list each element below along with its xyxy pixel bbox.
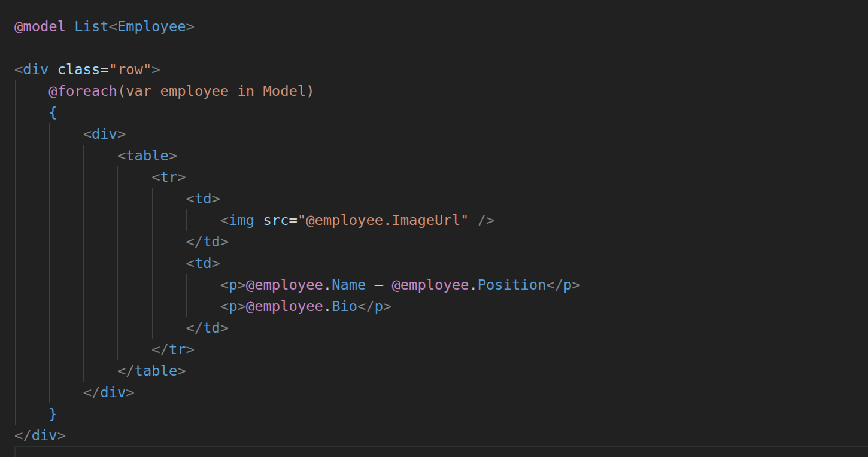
punct-token: >: [177, 169, 186, 185]
tag-token: p: [229, 298, 237, 315]
tag-token: table: [126, 147, 169, 164]
punct-token: <: [220, 298, 229, 315]
punct-token: <: [220, 212, 229, 228]
plain-token: [14, 341, 151, 358]
punct-token: <: [220, 276, 229, 293]
type-token: Employee: [117, 18, 186, 35]
op-token: .: [323, 276, 332, 293]
editor-screen: @model List<Employee><div class="row"> @…: [0, 0, 868, 457]
op-token: =: [289, 212, 297, 228]
tag-token: p: [375, 298, 383, 315]
code-line[interactable]: <p>@employee.Bio</p>: [14, 295, 581, 317]
punct-token: </: [357, 298, 375, 315]
plain-token: [14, 126, 83, 142]
punct-token: >: [220, 233, 229, 250]
code-line[interactable]: </tr>: [14, 339, 581, 360]
code-line[interactable]: </div>: [14, 382, 581, 403]
plain-token: [14, 169, 151, 185]
code-line[interactable]: <div class="row">: [14, 59, 581, 80]
expr-token: (var employee in Model): [117, 83, 315, 99]
plain-token: [14, 362, 117, 379]
tag-token: p: [229, 276, 237, 293]
code-lines: @model List<Employee><div class="row"> @…: [14, 16, 581, 446]
plain-token: [14, 104, 48, 121]
plain-token: [14, 319, 186, 336]
punct-token: >: [220, 319, 229, 336]
tag-token: p: [563, 276, 572, 293]
tag-token: td: [203, 319, 220, 336]
tag-token: td: [203, 233, 220, 250]
code-line[interactable]: <p>@employee.Name – @employee.Position</…: [14, 274, 581, 295]
type-token: List: [74, 18, 108, 35]
punct-token: >: [126, 384, 134, 401]
tag-token: img: [229, 212, 254, 228]
plain-token: [66, 18, 74, 35]
code-line[interactable]: {: [14, 102, 581, 123]
tag-token: div: [32, 427, 57, 444]
punct-token: </: [83, 384, 101, 401]
punct-token: </: [14, 427, 32, 444]
punct-token: >: [169, 147, 177, 164]
code-line[interactable]: </td>: [14, 317, 581, 339]
punct-token: >: [117, 126, 126, 142]
brace-token: }: [48, 406, 57, 422]
code-line[interactable]: @model List<Employee>: [14, 16, 581, 37]
type-token: Bio: [332, 298, 357, 315]
tag-token: div: [23, 61, 48, 78]
punct-token: <: [83, 126, 92, 142]
punct-token: </: [151, 341, 169, 358]
op-token: –: [366, 276, 391, 293]
punct-token: >: [238, 298, 246, 315]
tag-token: td: [195, 190, 212, 207]
plain-token: [14, 147, 117, 164]
attr-token: class: [57, 61, 101, 78]
op-token: .: [323, 298, 332, 315]
plain-token: [14, 212, 220, 228]
code-line[interactable]: }: [14, 403, 581, 425]
plain-token: [14, 255, 186, 272]
code-line[interactable]: </div>: [14, 425, 581, 446]
punct-token: <: [186, 190, 195, 207]
tag-token: td: [195, 255, 212, 272]
punct-token: >: [186, 341, 195, 358]
punct-token: >: [212, 190, 220, 207]
plain-token: [14, 298, 220, 315]
code-line[interactable]: <img src="@employee.ImageUrl" />: [14, 209, 581, 231]
code-line[interactable]: </table>: [14, 360, 581, 382]
punct-token: />: [478, 212, 495, 228]
punct-token: >: [57, 427, 66, 444]
code-line[interactable]: </td>: [14, 231, 581, 252]
next-code-block-top: [14, 446, 868, 457]
code-line[interactable]: <td>: [14, 188, 581, 209]
punct-token: </: [546, 276, 563, 293]
plain-token: [14, 384, 83, 401]
code-line[interactable]: [14, 37, 581, 59]
code-line[interactable]: <div>: [14, 123, 581, 145]
tag-token: div: [92, 126, 117, 142]
code-line[interactable]: <td>: [14, 252, 581, 274]
tag-token: div: [100, 384, 126, 401]
punct-token: >: [212, 255, 220, 272]
punct-token: >: [383, 298, 391, 315]
plain-token: [469, 212, 477, 228]
punct-token: <: [117, 147, 126, 164]
code-line[interactable]: <table>: [14, 145, 581, 166]
code-editor[interactable]: @model List<Employee><div class="row"> @…: [0, 0, 868, 457]
code-line[interactable]: <tr>: [14, 166, 581, 188]
punct-token: >: [151, 61, 160, 78]
type-token: Position: [478, 276, 547, 293]
plain-token: [14, 83, 48, 99]
razor-token: @employee: [246, 298, 323, 315]
punct-token: >: [177, 362, 186, 379]
code-line[interactable]: @foreach(var employee in Model): [14, 80, 581, 102]
brace-token: {: [48, 104, 57, 121]
string-token: "row": [109, 61, 152, 78]
tag-token: tr: [160, 169, 178, 185]
attr-token: src: [263, 212, 289, 228]
punct-token: >: [238, 276, 246, 293]
type-token: Name: [332, 276, 366, 293]
razor-token: @model: [14, 18, 66, 35]
punct-token: <: [109, 18, 117, 35]
punct-token: <: [186, 255, 195, 272]
plain-token: [14, 190, 186, 207]
